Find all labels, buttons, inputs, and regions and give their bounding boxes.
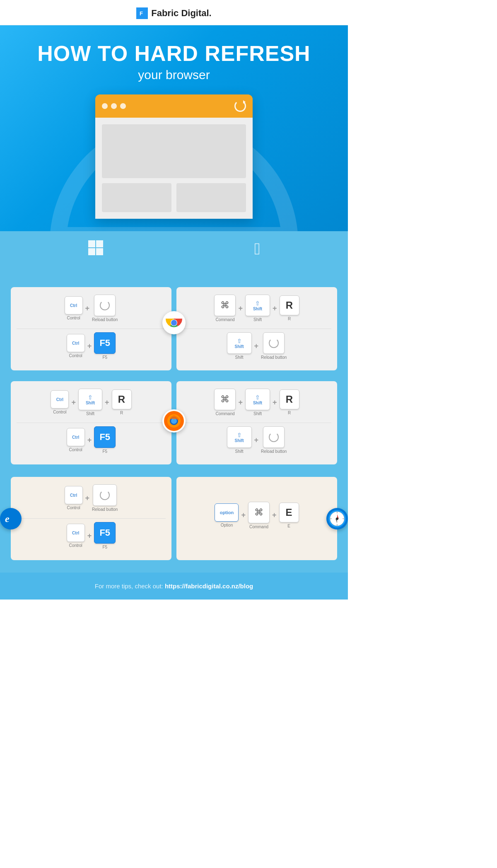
ie-reload-caption: Reload button xyxy=(92,507,118,512)
browser-dot-1 xyxy=(102,103,108,109)
firefox-win-row1: Ctrl Control + ⇧ Shift Shift + R R xyxy=(17,389,166,419)
shift-caption2: Shift xyxy=(235,355,244,360)
browser-dots xyxy=(102,103,126,109)
ctrl-key-wrapper: Ctrl Control xyxy=(65,296,83,320)
plus-ff-mac3: + xyxy=(254,436,259,445)
ff-mac-r-wrapper: R R xyxy=(280,389,299,415)
safari-option-key: option xyxy=(215,503,239,522)
ff-mac-r-caption: R xyxy=(288,411,291,415)
svg-text:e: e xyxy=(5,513,10,524)
plus-sign4: + xyxy=(273,304,277,313)
reload-icon2 xyxy=(269,338,279,348)
ie-ctrl-caption: Control xyxy=(67,505,80,510)
ff-ctrl-caption2: Control xyxy=(69,447,82,452)
ie-f5-label: F5 xyxy=(99,527,110,538)
ff-mac-reload-caption: Reload button xyxy=(261,449,287,454)
ff-ctrl-wrapper: Ctrl Control xyxy=(51,390,69,414)
ff-f5-wrapper: F5 F5 xyxy=(94,426,116,454)
ctrl-caption: Control xyxy=(67,316,80,320)
ff-mac-cmd-caption: Command xyxy=(215,411,234,416)
shift-key: ⇧ Shift xyxy=(245,295,270,316)
ie-reload-icon xyxy=(100,490,110,500)
safari-plus1: + xyxy=(241,511,246,520)
svg-point-9 xyxy=(171,320,177,326)
ff-mac-row2: ⇧ Shift Shift + Reload button xyxy=(182,423,331,457)
browser-body xyxy=(95,118,253,219)
ctrl-key: Ctrl xyxy=(65,296,83,314)
reload-icon xyxy=(100,300,110,310)
plus-ff2: + xyxy=(105,398,109,407)
brand-name: Fabric Digital. xyxy=(151,8,211,19)
ff-f5-label: F5 xyxy=(99,432,110,442)
cmd-label: ⌘ xyxy=(220,300,229,311)
browser-titlebar xyxy=(95,94,253,118)
shift-key-wrapper: ⇧ Shift Shift xyxy=(245,295,270,322)
ff-mac-shift-label: Shift xyxy=(253,401,262,405)
ctrl-label2: Ctrl xyxy=(72,341,79,346)
ie-row1: Ctrl Control + Reload button xyxy=(17,484,166,515)
reload-caption: Reload button xyxy=(92,317,118,322)
ie-ctrl-wrapper2: Ctrl Control xyxy=(67,524,85,548)
svg-rect-3 xyxy=(96,240,103,247)
cmd-key-wrapper: ⌘ Command xyxy=(214,295,236,322)
r-key-wrapper: R R xyxy=(280,295,299,321)
chrome-mac-row2: ⇧ Shift Shift + Reload button xyxy=(182,329,331,363)
ff-mac-shift-wrapper2: ⇧ Shift Shift xyxy=(227,426,252,454)
plus-ff-mac2: + xyxy=(273,398,277,407)
ctrl-label: Ctrl xyxy=(70,303,77,308)
hero-subtitle: your browser xyxy=(8,68,340,82)
chrome-section: Ctrl Control + Reload button Ctrl Contro… xyxy=(0,272,348,373)
reload-key-wrapper: Reload button xyxy=(92,295,118,322)
plus-sign: + xyxy=(85,304,90,313)
plus-sign3: + xyxy=(238,304,243,313)
browser-col-2 xyxy=(176,183,246,212)
browser-dot-3 xyxy=(120,103,126,109)
reload-key-wrapper2: Reload button xyxy=(261,332,287,360)
safari-cmd-key: ⌘ xyxy=(248,502,270,523)
ff-shift-wrapper: ⇧ Shift Shift xyxy=(78,389,102,416)
safari-logo xyxy=(326,508,348,530)
firefox-win-row2: Ctrl Control + F5 F5 xyxy=(17,423,166,457)
ff-mac-row1: ⌘ Command + ⇧ Shift Shift + R R xyxy=(182,389,331,419)
f5-caption: F5 xyxy=(102,355,107,360)
os-labels-section:  xyxy=(0,231,348,272)
ie-f5-caption: F5 xyxy=(102,545,107,549)
shift-key-wrapper2: ⇧ Shift Shift xyxy=(227,332,252,360)
footer-link[interactable]: https://fabricdigital.co.nz/blog xyxy=(165,583,253,590)
cmd-key: ⌘ xyxy=(214,295,236,316)
ff-mac-cmd-key: ⌘ xyxy=(214,389,236,410)
safari-option-label: option xyxy=(220,510,234,515)
logo-icon: F xyxy=(136,7,148,19)
ff-mac-r-label: R xyxy=(286,394,293,405)
plus-ff-mac1: + xyxy=(238,398,243,407)
ie-plus1: + xyxy=(85,494,90,503)
ie-ctrl-wrapper: Ctrl Control xyxy=(65,486,83,510)
ie-f5-wrapper: F5 F5 xyxy=(94,522,116,549)
firefox-logo xyxy=(162,409,186,433)
footer: For more tips, check out: https://fabric… xyxy=(0,573,348,600)
ff-r-key: R xyxy=(112,389,132,409)
ie-ctrl-key2: Ctrl xyxy=(67,524,85,542)
footer-text: For more tips, check out: xyxy=(95,583,163,590)
ff-r-wrapper: R R xyxy=(112,389,132,415)
chrome-win-row1: Ctrl Control + Reload button xyxy=(17,295,166,325)
ie-plus2: + xyxy=(87,532,92,540)
plus-sign5: + xyxy=(254,342,259,351)
reload-caption2: Reload button xyxy=(261,355,287,360)
ff-ctrl-label2: Ctrl xyxy=(72,435,79,440)
ie-logo-container: e xyxy=(0,508,22,530)
ie-ctrl-label2: Ctrl xyxy=(72,531,79,535)
ff-mac-shift-key2: ⇧ Shift xyxy=(227,426,252,448)
safari-e-key: E xyxy=(279,503,299,522)
safari-e-wrapper: E E xyxy=(279,503,299,528)
ff-shift-key: ⇧ Shift xyxy=(78,389,102,410)
ie-row2: Ctrl Control + F5 F5 xyxy=(17,518,166,553)
safari-cmd-label: ⌘ xyxy=(254,507,263,518)
ie-ctrl-key: Ctrl xyxy=(65,486,83,504)
plus-ff1: + xyxy=(71,398,76,407)
plus-ff3: + xyxy=(87,436,92,445)
ff-ctrl-key: Ctrl xyxy=(51,390,69,409)
ff-f5-key: F5 xyxy=(94,426,116,448)
safari-cmd-wrapper: ⌘ Command xyxy=(248,502,270,529)
safari-option-wrapper: option Option xyxy=(215,503,239,527)
